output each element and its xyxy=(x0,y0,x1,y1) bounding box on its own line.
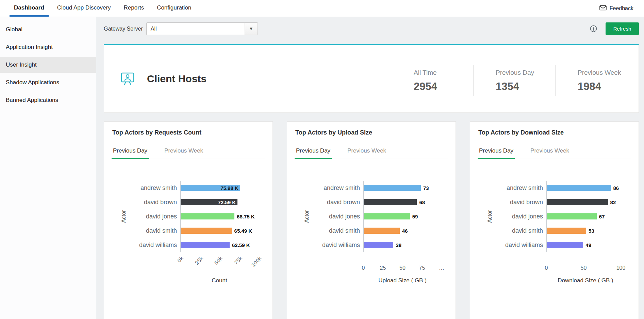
bar-row: david jones68.75 K xyxy=(104,209,273,224)
bar-value-label: 68.75 K xyxy=(237,214,255,219)
summary-stats: All Time2954Previous Day1354Previous Wee… xyxy=(414,69,630,96)
app-body: GlobalApplication InsightUser InsightSha… xyxy=(0,17,644,319)
gateway-server-select[interactable]: All ▼ xyxy=(146,22,258,35)
bar-david-jones: 68.75 K xyxy=(181,213,234,219)
sidebar-item-global[interactable]: Global xyxy=(0,22,96,37)
x-axis-ticks: 0k25k50k75k100k xyxy=(180,252,273,274)
x-tick: 0k xyxy=(176,255,185,264)
nav-tab-configuration[interactable]: Configuration xyxy=(152,0,196,17)
envelope-icon xyxy=(599,5,607,12)
gateway-server-label: Gateway Server xyxy=(104,26,143,32)
stat-label: Previous Week xyxy=(578,69,630,76)
nav-tabs: DashboardCloud App DiscoveryReportsConfi… xyxy=(10,0,200,17)
x-axis-label: Upload Size ( GB ) xyxy=(363,277,442,284)
tab-previous-day[interactable]: Previous Day xyxy=(478,147,515,159)
bar-david-jones: 67 xyxy=(547,213,597,219)
category-label: david brown xyxy=(470,199,546,206)
bar-value-label: 73 xyxy=(423,185,429,191)
chart-card-top-actors-by-download-size: Top Actors by Download SizePrevious DayP… xyxy=(470,121,639,319)
refresh-button[interactable]: Refresh xyxy=(606,22,639,35)
nav-tab-cloud-app-discovery[interactable]: Cloud App Discovery xyxy=(53,0,115,17)
chart-card-top-actors-by-upload-size: Top Actors by Upload SizePrevious DayPre… xyxy=(287,121,456,319)
bar-track: 75.98 K xyxy=(180,181,259,195)
bar-david-smith: 53 xyxy=(547,228,586,234)
bar-row: david jones59 xyxy=(287,209,456,224)
x-tick: 50 xyxy=(399,265,406,271)
tab-previous-day[interactable]: Previous Day xyxy=(112,147,149,159)
chart-plot: Actorandrew smith75.98 Kdavid brown72.59… xyxy=(104,181,273,284)
x-tick: … xyxy=(439,265,444,271)
tab-previous-week[interactable]: Previous Week xyxy=(163,147,204,159)
x-tick: 25k xyxy=(194,255,204,266)
bar-david-williams: 38 xyxy=(364,242,393,248)
bar-david-williams: 49 xyxy=(547,242,583,248)
bar-value-label: 75.98 K xyxy=(220,185,238,191)
bar-row: david williams62.59 K xyxy=(104,238,273,252)
x-tick: 75k xyxy=(233,255,243,266)
y-axis-label: Actor xyxy=(304,210,310,223)
bar-track: 49 xyxy=(546,238,625,252)
category-label: david williams xyxy=(470,242,546,249)
sidebar-nav: GlobalApplication InsightUser InsightSha… xyxy=(0,17,96,319)
tab-previous-week[interactable]: Previous Week xyxy=(529,147,571,159)
bar-row: david smith46 xyxy=(287,224,456,238)
tab-previous-day[interactable]: Previous Day xyxy=(295,147,332,159)
bar-track: 53 xyxy=(546,224,625,238)
bar-value-label: 62.59 K xyxy=(232,242,250,248)
sidebar-item-banned-applications[interactable]: Banned Applications xyxy=(0,92,96,108)
category-label: andrew smith xyxy=(287,184,363,192)
category-label: david smith xyxy=(287,227,363,234)
category-label: david smith xyxy=(470,227,546,234)
feedback-label: Feedback xyxy=(610,5,633,12)
bar-david-brown: 82 xyxy=(547,199,608,205)
category-label: david smith xyxy=(104,227,180,234)
bar-andrew-smith: 86 xyxy=(547,185,611,191)
bar-value-label: 65.49 K xyxy=(234,228,252,234)
bar-value-label: 59 xyxy=(412,214,418,219)
x-tick: 25 xyxy=(380,265,386,271)
bar-row: david smith53 xyxy=(470,224,639,238)
y-axis-label: Actor xyxy=(121,210,127,223)
bar-row: david smith65.49 K xyxy=(104,224,273,238)
tab-previous-week[interactable]: Previous Week xyxy=(346,147,387,159)
nav-tab-reports[interactable]: Reports xyxy=(119,0,149,17)
bar-track: 65.49 K xyxy=(180,224,259,238)
sidebar-item-application-insight[interactable]: Application Insight xyxy=(0,39,96,55)
bar-track: 82 xyxy=(546,195,625,209)
category-label: david jones xyxy=(470,213,546,220)
nav-tab-dashboard[interactable]: Dashboard xyxy=(10,0,49,17)
bar-value-label: 82 xyxy=(610,199,616,205)
x-axis-label: Count xyxy=(180,277,259,284)
bar-row: david jones67 xyxy=(470,209,639,224)
bar-track: 59 xyxy=(363,209,442,224)
stat-label: Previous Day xyxy=(496,69,548,76)
x-tick: 50k xyxy=(213,255,224,266)
feedback-button[interactable]: Feedback xyxy=(599,0,644,17)
sidebar-item-user-insight[interactable]: User Insight xyxy=(0,57,96,73)
bar-row: david brown82 xyxy=(470,195,639,209)
bar-david-smith: 46 xyxy=(364,228,400,234)
bar-row: david brown68 xyxy=(287,195,456,209)
x-tick: 100 xyxy=(616,265,626,271)
sidebar-item-shadow-applications[interactable]: Shadow Applications xyxy=(0,75,96,90)
bar-track: 72.59 K xyxy=(180,195,259,209)
stat-previous-week: Previous Week1984 xyxy=(578,69,630,93)
bar-track: 86 xyxy=(546,181,625,195)
category-label: david brown xyxy=(287,199,363,206)
info-icon[interactable] xyxy=(590,25,597,33)
stat-all-time: All Time2954 xyxy=(414,69,466,93)
bar-david-brown: 68 xyxy=(364,199,417,205)
bar-david-jones: 59 xyxy=(364,213,410,219)
stat-value: 1984 xyxy=(578,81,630,93)
summary-title: Client Hosts xyxy=(147,73,207,85)
stat-divider xyxy=(555,65,556,96)
bar-row: david williams38 xyxy=(287,238,456,252)
x-axis-ticks: 050100 xyxy=(546,252,639,274)
bar-value-label: 68 xyxy=(419,199,425,205)
category-label: david williams xyxy=(104,242,180,249)
stat-value: 1354 xyxy=(496,81,548,93)
bar-andrew-smith: 73 xyxy=(364,185,421,191)
bar-value-label: 38 xyxy=(396,242,401,248)
bar-row: andrew smith73 xyxy=(287,181,456,195)
x-tick: 50 xyxy=(581,265,587,271)
